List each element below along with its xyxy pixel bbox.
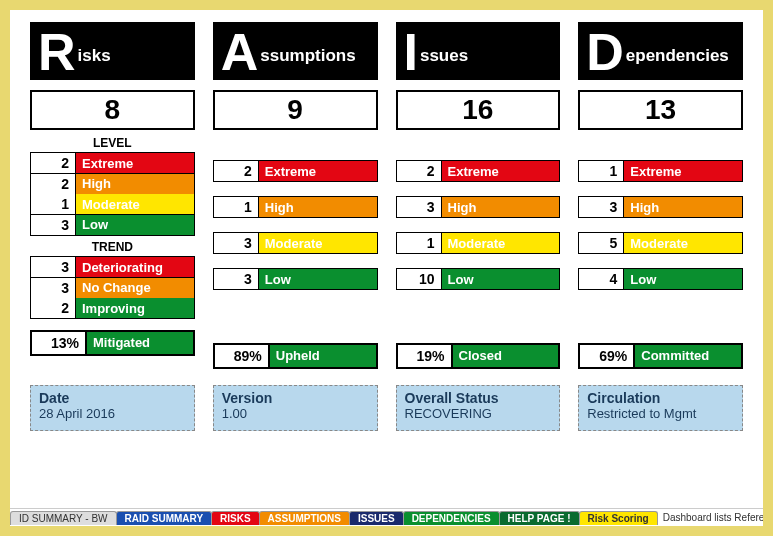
level-label: High xyxy=(442,197,560,217)
trend-label: Deteriorating xyxy=(76,257,194,277)
level-count: 1 xyxy=(397,233,442,253)
header-assumptions: A ssumptions xyxy=(213,22,378,80)
sheet-tabs: ID SUMMARY - BW RAID SUMMARY RISKS ASSUM… xyxy=(10,508,763,526)
spacer xyxy=(578,289,743,331)
tab-help[interactable]: HELP PAGE ! xyxy=(499,511,580,525)
header-letter: D xyxy=(586,26,624,78)
level-row: 4Low xyxy=(578,268,743,290)
header-letter: R xyxy=(38,26,76,78)
column-dependencies: D ependencies 13 1Extreme 3High 5Moderat… xyxy=(578,22,743,369)
level-label: Low xyxy=(259,269,377,289)
level-row: 1Moderate xyxy=(30,193,195,215)
spacer xyxy=(396,289,561,331)
spacer xyxy=(213,130,378,158)
level-count: 1 xyxy=(31,194,76,214)
risks-levels: 2Extreme 2High 1Moderate 3Low xyxy=(30,152,195,236)
level-label: Low xyxy=(76,215,194,235)
issues-summary: 19% Closed xyxy=(396,343,561,369)
tab-dependencies[interactable]: DEPENDENCIES xyxy=(403,511,500,525)
info-title: Overall Status xyxy=(405,390,552,406)
level-row: 2Extreme xyxy=(213,160,378,182)
level-count: 10 xyxy=(397,269,442,289)
header-rest: isks xyxy=(78,46,111,76)
level-row: 2Extreme xyxy=(30,152,195,174)
dependencies-summary: 69% Committed xyxy=(578,343,743,369)
level-label: Extreme xyxy=(259,161,377,181)
tab-risk-scoring[interactable]: Risk Scoring xyxy=(579,511,658,525)
header-rest: ssumptions xyxy=(260,46,355,76)
trend-row: 3No Change xyxy=(30,277,195,299)
header-rest: ependencies xyxy=(626,46,729,76)
level-label: High xyxy=(259,197,377,217)
info-date: Date 28 April 2016 xyxy=(30,385,195,431)
level-row: 10Low xyxy=(396,268,561,290)
column-risks: R isks 8 LEVEL 2Extreme 2High 1Moderate … xyxy=(30,22,195,369)
info-title: Date xyxy=(39,390,186,406)
trend-row: 2Improving xyxy=(30,297,195,319)
info-value: 28 April 2016 xyxy=(39,406,186,421)
level-label: High xyxy=(624,197,742,217)
level-row: 1High xyxy=(213,196,378,218)
info-value: Restricted to Mgmt xyxy=(587,406,734,421)
issues-total: 16 xyxy=(396,90,561,130)
dependencies-levels: 1Extreme 3High 5Moderate 4Low xyxy=(578,160,743,290)
level-count: 4 xyxy=(579,269,624,289)
tab-summary-bw[interactable]: ID SUMMARY - BW xyxy=(10,511,117,525)
level-label: High xyxy=(76,174,194,194)
level-label: Low xyxy=(624,269,742,289)
level-row: 1Moderate xyxy=(396,232,561,254)
level-count: 3 xyxy=(579,197,624,217)
info-title: Version xyxy=(222,390,369,406)
level-label: Extreme xyxy=(624,161,742,181)
summary-label: Upheld xyxy=(270,345,376,367)
tab-raid-summary[interactable]: RAID SUMMARY xyxy=(116,511,213,525)
level-label: Moderate xyxy=(624,233,742,253)
issues-levels: 2Extreme 3High 1Moderate 10Low xyxy=(396,160,561,290)
info-value: RECOVERING xyxy=(405,406,552,421)
risks-total: 8 xyxy=(30,90,195,130)
trend-count: 3 xyxy=(31,257,76,277)
info-status: Overall Status RECOVERING xyxy=(396,385,561,431)
level-header: LEVEL xyxy=(30,136,195,150)
level-row: 3High xyxy=(578,196,743,218)
level-count: 3 xyxy=(397,197,442,217)
header-letter: A xyxy=(221,26,259,78)
trend-label: No Change xyxy=(76,278,194,298)
tabs-overflow: Dashboard lists Referenc xyxy=(657,512,763,523)
trend-row: 3Deteriorating xyxy=(30,256,195,278)
level-count: 3 xyxy=(31,215,76,235)
spacer xyxy=(578,130,743,158)
level-count: 3 xyxy=(214,233,259,253)
level-row: 2High xyxy=(30,173,195,195)
summary-label: Committed xyxy=(635,345,741,367)
spacer xyxy=(396,130,561,158)
tab-risks[interactable]: RISKS xyxy=(211,511,260,525)
trend-count: 2 xyxy=(31,298,76,318)
trend-count: 3 xyxy=(31,278,76,298)
level-label: Moderate xyxy=(76,194,194,214)
dependencies-total: 13 xyxy=(578,90,743,130)
level-row: 3High xyxy=(396,196,561,218)
level-count: 2 xyxy=(31,174,76,194)
summary-pct: 69% xyxy=(580,345,635,367)
level-row: 2Extreme xyxy=(396,160,561,182)
level-count: 1 xyxy=(214,197,259,217)
level-count: 1 xyxy=(579,161,624,181)
header-issues: I ssues xyxy=(396,22,561,80)
level-count: 5 xyxy=(579,233,624,253)
column-issues: I ssues 16 2Extreme 3High 1Moderate 10Lo… xyxy=(396,22,561,369)
level-count: 2 xyxy=(397,161,442,181)
level-row: 5Moderate xyxy=(578,232,743,254)
level-row: 3Moderate xyxy=(213,232,378,254)
header-letter: I xyxy=(404,26,418,78)
level-label: Extreme xyxy=(442,161,560,181)
trend-label: Improving xyxy=(76,298,194,318)
tab-assumptions[interactable]: ASSUMPTIONS xyxy=(259,511,350,525)
assumptions-total: 9 xyxy=(213,90,378,130)
summary-label: Closed xyxy=(453,345,559,367)
risks-summary: 13% Mitigated xyxy=(30,330,195,356)
assumptions-summary: 89% Upheld xyxy=(213,343,378,369)
summary-pct: 19% xyxy=(398,345,453,367)
tab-issues[interactable]: ISSUES xyxy=(349,511,404,525)
trend-header: TREND xyxy=(30,240,195,254)
